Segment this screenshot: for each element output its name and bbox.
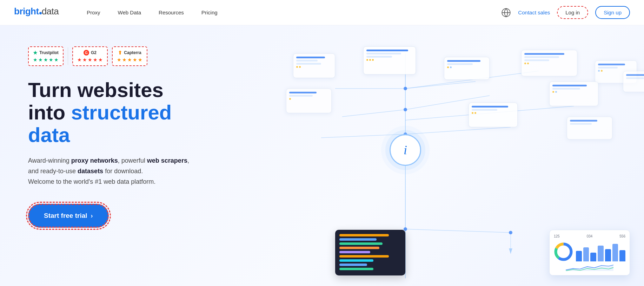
data-flow-illustration: i: [265, 25, 644, 286]
code-line-4: [339, 247, 379, 249]
analytics-label-1: 125: [554, 234, 560, 238]
analytics-label-2: 034: [587, 234, 593, 238]
bar-7: [619, 250, 625, 262]
svg-line-8: [321, 134, 405, 138]
nav-right: Contact sales Log in Sign up: [501, 6, 630, 19]
capterra-stars: ★ ★ ★ ★ ★: [117, 57, 142, 63]
g2-star-4: ★: [93, 57, 98, 63]
cap-star-2: ★: [122, 57, 127, 63]
svg-point-14: [404, 87, 407, 90]
star-5: ★: [54, 57, 59, 63]
bar-chart: [576, 244, 625, 261]
g2-badge: G G2 ★ ★ ★ ★ ★: [72, 46, 108, 66]
headline-line1: Turn websites: [28, 78, 164, 101]
hero-subtext: Award-winning proxy networks, powerful w…: [28, 156, 218, 187]
ui-card-9: [469, 103, 518, 127]
code-line-5: [339, 251, 370, 253]
trustpilot-badge: ★ Trustpilot ★ ★ ★ ★ ★: [28, 46, 64, 66]
code-line-1: [339, 234, 389, 236]
cta-button[interactable]: Start free trial ›: [28, 204, 109, 228]
ui-card-4: [521, 50, 577, 76]
code-lines-container: [335, 230, 405, 274]
svg-marker-21: [509, 248, 512, 254]
bar-2: [583, 247, 589, 261]
g2-star-5: ★: [98, 57, 103, 63]
ui-card-1: [293, 53, 335, 78]
datasets-bold: datasets: [78, 168, 103, 175]
cta-label: Start free trial: [44, 212, 87, 220]
logo-data: data: [42, 6, 59, 17]
star-3: ★: [44, 57, 48, 63]
svg-line-5: [342, 110, 405, 117]
ui-card-6: [286, 89, 332, 113]
login-button[interactable]: Log in: [557, 6, 588, 19]
svg-line-11: [405, 229, 511, 233]
capterra-header: ⬆ Capterra: [118, 50, 141, 56]
bar-5: [605, 249, 611, 261]
g2-stars: ★ ★ ★ ★ ★: [77, 57, 103, 63]
analytics-body: [554, 241, 625, 261]
capterra-badge: ⬆ Capterra ★ ★ ★ ★ ★: [112, 46, 147, 66]
hero-section: ★ Trustpilot ★ ★ ★ ★ ★ G G2: [0, 25, 644, 286]
bar-3: [590, 253, 596, 261]
star-4: ★: [49, 57, 53, 63]
logo-bright: bright: [14, 6, 39, 17]
trustpilot-icon: ★: [33, 50, 38, 56]
svg-point-18: [509, 231, 512, 234]
nav-links: Proxy Web Data Resources Pricing: [87, 9, 501, 15]
g2-star-1: ★: [77, 57, 82, 63]
web-scrapers-bold: web scrapers: [147, 157, 187, 164]
g2-star-3: ★: [88, 57, 92, 63]
g2-star-2: ★: [82, 57, 87, 63]
svg-line-3: [405, 82, 476, 89]
ui-card-2: [363, 46, 416, 74]
hero-illustration: i: [265, 25, 644, 286]
trustpilot-header: ★ Trustpilot: [33, 50, 59, 56]
line-chart-svg: [554, 264, 625, 271]
star-2: ★: [38, 57, 43, 63]
bar-4: [598, 246, 604, 261]
analytics-header: 125 034 556: [554, 234, 625, 238]
globe-icon[interactable]: [501, 8, 511, 18]
ui-card-8: [623, 71, 644, 92]
hero-left: ★ Trustpilot ★ ★ ★ ★ ★ G G2: [0, 25, 218, 286]
g2-label: G2: [91, 50, 97, 55]
svg-line-9: [405, 127, 511, 134]
headline-line2-plain: into: [28, 101, 71, 124]
info-icon: i: [404, 143, 407, 157]
signup-button[interactable]: Sign up: [595, 6, 630, 19]
code-line-3: [339, 242, 383, 245]
cap-star-3: ★: [127, 57, 132, 63]
nav-web-data[interactable]: Web Data: [118, 9, 141, 15]
code-line-7: [339, 259, 373, 262]
code-line-6: [339, 255, 389, 258]
contact-sales-link[interactable]: Contact sales: [518, 9, 550, 15]
hero-headline: Turn websites into structured data: [28, 79, 218, 146]
ui-card-10: [567, 117, 612, 139]
svg-point-15: [404, 108, 407, 111]
logo-dot: [39, 12, 42, 14]
code-terminal-card: [335, 230, 405, 275]
cap-star-4: ★: [133, 57, 137, 63]
g2-header: G G2: [84, 50, 97, 56]
navbar: brightdata Proxy Web Data Resources Pric…: [0, 0, 644, 25]
capterra-icon: ⬆: [118, 50, 122, 56]
bar-6: [612, 244, 618, 261]
badge-separator-1: [68, 47, 68, 65]
code-line-2: [339, 238, 377, 241]
g2-icon: G: [84, 50, 89, 56]
cap-star-1: ★: [117, 57, 121, 63]
code-line-8: [339, 264, 367, 266]
nav-resources[interactable]: Resources: [159, 9, 184, 15]
star-1: ★: [33, 57, 38, 63]
logo[interactable]: brightdata: [14, 6, 59, 19]
center-info-circle: i: [390, 134, 421, 166]
ui-card-3: [444, 57, 490, 80]
cta-arrow-icon: ›: [91, 212, 93, 220]
bar-1: [576, 251, 582, 261]
nav-pricing[interactable]: Pricing: [201, 9, 218, 15]
proxy-networks-bold: proxy networks: [71, 157, 118, 164]
code-line-9: [339, 268, 373, 270]
nav-proxy[interactable]: Proxy: [87, 9, 100, 15]
analytics-label-3: 556: [619, 234, 625, 238]
